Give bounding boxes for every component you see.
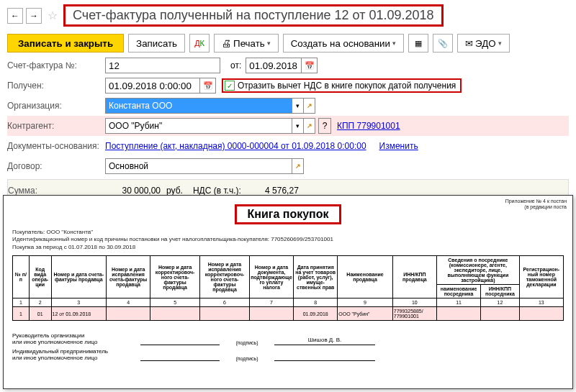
edit-link[interactable]: Изменить — [379, 141, 418, 151]
received-input[interactable] — [105, 78, 200, 94]
sign-role-1b: или иное уполномоченное лицо — [12, 339, 135, 345]
purchase-book-preview: Приложение № 4 к постан (в редакции пост… — [3, 195, 573, 389]
sign-tag-1: (подпись) — [225, 340, 269, 345]
contract-open-icon[interactable]: ↗ — [292, 158, 304, 174]
invoice-no-input[interactable] — [105, 58, 220, 73]
edo-icon: ✉ — [465, 38, 473, 49]
org-input[interactable]: Константа ООО — [105, 98, 292, 114]
deduct-label: Отразить вычет НДС в книге покупок датой… — [238, 81, 456, 91]
print-icon: 🖨 — [222, 38, 231, 49]
table-row: 1 01 12 от 01.09.2018 01.09.2018 ООО "Ру… — [13, 307, 564, 321]
nav-back-button[interactable]: ← — [7, 8, 23, 24]
create-based-button[interactable]: Создать на основании — [283, 34, 404, 53]
attach-icon-button[interactable]: 📎 — [433, 34, 453, 53]
vat-value: 4 576,27 — [244, 186, 302, 196]
vat-label: НДС (в т.ч.): — [190, 186, 244, 196]
basis-label: Документы-основания: — [7, 141, 105, 151]
favorite-star-icon[interactable]: ☆ — [48, 9, 58, 22]
sign-role-1: Руководитель организации — [12, 332, 135, 339]
calendar-icon-2[interactable]: 📅 — [200, 78, 216, 94]
sum-label: Сумма: — [8, 186, 106, 196]
contract-input[interactable]: Основной — [105, 158, 292, 174]
buyer-line: Покупатель: ООО "Константа" — [12, 229, 564, 236]
from-date-input[interactable] — [246, 58, 302, 73]
org-open-icon[interactable]: ↗ — [304, 98, 315, 114]
sign-role-2: Индивидуальный предприниматель — [12, 348, 135, 355]
agent-open-icon[interactable]: ↗ — [304, 118, 315, 134]
agent-label: Контрагент: — [7, 121, 105, 131]
purchase-book-table: № п/п Код вида опера-ции Номер и дата сч… — [12, 255, 564, 321]
dtkt-icon-button[interactable]: ДК — [189, 34, 210, 53]
period-line: Покупка за период с 01.07.2018 по 30.09.… — [12, 244, 564, 251]
right-note-1: Приложение № 4 к постан — [505, 199, 567, 204]
received-label: Получен: — [7, 81, 105, 91]
agent-help-button[interactable]: ? — [318, 118, 331, 134]
currency: руб. — [163, 186, 186, 196]
sign-tag-2: (подпись) — [225, 356, 269, 361]
book-title: Книга покупок — [235, 204, 341, 224]
deduct-checkbox[interactable]: ✓ — [225, 81, 235, 91]
calendar-icon[interactable]: 📅 — [302, 58, 318, 73]
edo-button[interactable]: ✉ ЭДО — [457, 34, 510, 53]
right-note-2: (в редакции поста — [505, 204, 567, 210]
sum-value: 30 000,00 — [106, 186, 163, 196]
sign-role-2b: или иное уполномоченное лицо — [12, 355, 135, 361]
invoice-no-label: Счет-фактура №: — [7, 60, 105, 70]
inn-line: Идентификационный номер и код причины по… — [12, 236, 564, 243]
agent-input[interactable]: ООО "Рубин" — [105, 118, 292, 134]
sign-name: Шишов Д. В. — [308, 337, 342, 343]
print-button[interactable]: 🖨 Печать — [214, 34, 279, 53]
basis-link[interactable]: Поступление (акт, накладная) 0000-000004… — [105, 141, 366, 151]
save-close-button[interactable]: Записать и закрыть — [7, 34, 124, 53]
agent-dropdown-icon[interactable]: ▾ — [292, 118, 304, 134]
org-label: Организация: — [7, 101, 105, 111]
kpp-link[interactable]: КПП 779901001 — [337, 121, 400, 131]
contract-label: Договор: — [7, 161, 105, 171]
nav-fwd-button[interactable]: → — [26, 8, 42, 24]
org-dropdown-icon[interactable]: ▾ — [292, 98, 304, 114]
page-title: Счет-фактура полученный на поступление 1… — [63, 4, 444, 27]
from-label: от: — [230, 60, 241, 70]
save-button[interactable]: Записать — [128, 34, 185, 53]
unknown-icon-1[interactable]: ▦ — [408, 34, 428, 53]
